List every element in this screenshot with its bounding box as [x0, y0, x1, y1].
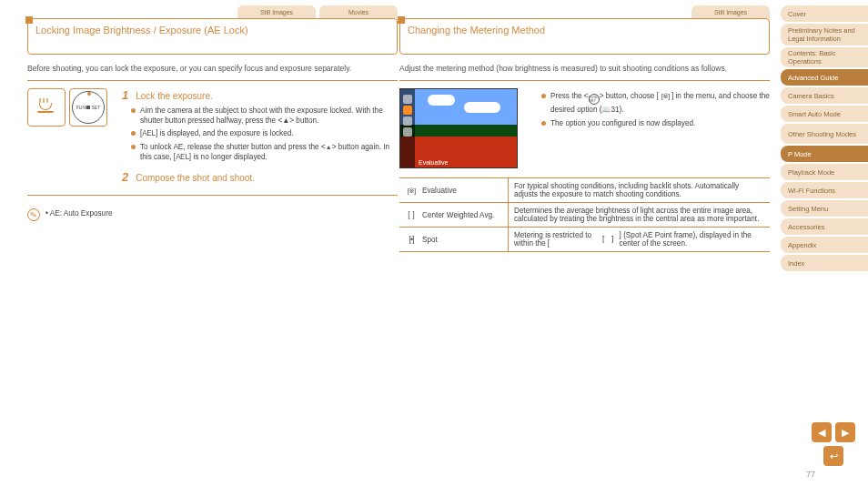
evaluative-metering-icon [659, 92, 671, 101]
bullet-dot-icon [541, 121, 546, 126]
mode-tabs: Still Images [399, 5, 770, 18]
screenshot-caption: Evaluative [419, 159, 448, 166]
table-value: Metering is restricted to within the [[ … [509, 228, 770, 251]
toc-item[interactable]: Index [781, 255, 868, 271]
section-title-box: Changing the Metering Method [399, 18, 770, 55]
bullet-dot-icon [131, 108, 136, 113]
page-number: 77 [806, 470, 815, 479]
bullet-dot-icon [131, 131, 136, 136]
toc-item-active[interactable]: P Mode [781, 146, 868, 162]
step-title: Compose the shot and shoot. [136, 173, 255, 183]
tab-movies[interactable]: Movies [319, 5, 398, 18]
toc-item[interactable]: Camera Basics [781, 87, 868, 104]
bullet-dot-icon [131, 145, 136, 149]
nav-prev-button[interactable]: ◀ [812, 422, 832, 442]
table-row: Center Weighted Avg. Determines the aver… [399, 203, 770, 228]
step-title: Lock the exposure. [136, 91, 213, 101]
center-weighted-icon [405, 210, 418, 219]
steps: 1 Lock the exposure. Aim the camera at t… [116, 88, 398, 187]
bullet-text: The option you configured is now display… [550, 118, 695, 128]
pencil-icon [25, 208, 41, 223]
toc-item[interactable]: Appendix [781, 237, 868, 253]
note: • AE: Auto Exposure [27, 208, 398, 221]
toc-item[interactable]: Advanced Guide [781, 69, 868, 86]
section-title: Changing the Metering Method [408, 25, 762, 35]
toc-item[interactable]: Wi-Fi Functions [781, 182, 868, 198]
spot-metering-icon [405, 235, 418, 244]
ael-indicator-icon: AEL [142, 129, 156, 138]
table-value: For typical shooting conditions, includi… [509, 178, 770, 202]
step-2-heading: 2 Compose the shot and shoot. [122, 170, 398, 184]
divider [27, 80, 398, 81]
tab-still[interactable]: Still Images [691, 5, 770, 18]
note-text: • AE: Auto Exposure [45, 208, 112, 218]
evaluative-metering-icon [405, 186, 418, 195]
section-desc: Adjust the metering method (how brightne… [399, 64, 770, 73]
illustrations: FUNC. SET [27, 88, 107, 187]
toc-item[interactable]: Accessories [781, 218, 868, 235]
metering-table: Evaluative For typical shooting conditio… [399, 177, 770, 252]
toc-item[interactable]: Smart Auto Mode [781, 106, 868, 122]
step-1-heading: 1 Lock the exposure. [122, 88, 398, 102]
bullet-text: Aim the camera at the subject to shoot w… [140, 106, 398, 126]
toc-item[interactable]: Other Shooting Modes [781, 124, 868, 144]
step-number: 2 [122, 170, 128, 184]
ael-indicator-icon: AEL [176, 153, 189, 162]
toc-item[interactable]: Playback Mode [781, 164, 868, 180]
bullet-text: Press the <FUNCSET> button, choose [] in… [550, 91, 770, 116]
section-desc: Before shooting, you can lock the exposu… [27, 64, 398, 73]
page-nav: ◀ ▶ ↩ [812, 422, 855, 466]
table-key: Evaluative [399, 178, 509, 202]
selected-option-icon [403, 106, 412, 115]
bullet-text: To unlock AE, release the shutter button… [140, 142, 398, 163]
step-bullet: Press the <FUNCSET> button, choose [] in… [541, 91, 770, 116]
bullet-dot-icon [541, 94, 546, 98]
page-ref-icon [601, 106, 611, 114]
left-column: Still Images Movies Locking Image Bright… [27, 5, 398, 481]
camera-screenshot: Evaluative [399, 88, 518, 168]
up-arrow-icon [326, 143, 332, 151]
table-row: Spot Metering is restricted to within th… [399, 228, 770, 252]
corner-decor [398, 16, 405, 24]
nav-next-button[interactable]: ▶ [835, 422, 855, 442]
bullet-text: [AEL] is displayed, and the exposure is … [140, 128, 294, 139]
section-title: Locking Image Brightness / Exposure (AE … [35, 25, 389, 35]
step-bullet: [AEL] is displayed, and the exposure is … [131, 128, 398, 139]
section-title-box: Locking Image Brightness / Exposure (AE … [27, 18, 398, 55]
control-wheel-illus: FUNC. SET [69, 88, 107, 127]
menu-strip [400, 89, 415, 167]
toc-item[interactable]: Contents: Basic Operations [781, 47, 868, 67]
toc-sidebar: Cover Preliminary Notes and Legal Inform… [781, 5, 868, 271]
step-bullet: Aim the camera at the subject to shoot w… [131, 106, 398, 126]
table-row: Evaluative For typical shooting conditio… [399, 178, 770, 203]
table-key: Center Weighted Avg. [399, 203, 509, 227]
step-bullet: To unlock AE, release the shutter button… [131, 142, 398, 163]
table-value: Determines the average brightness of lig… [509, 203, 770, 227]
tab-still[interactable]: Still Images [237, 5, 316, 18]
step-bullet: The option you configured is now display… [541, 118, 770, 128]
divider [27, 195, 398, 196]
func-set-icon: FUNCSET [589, 94, 600, 105]
toc-item[interactable]: Cover [781, 5, 868, 22]
camera-top-illus [27, 88, 66, 127]
table-key: Spot [399, 228, 509, 251]
macro-icon [37, 99, 56, 116]
divider [399, 80, 770, 81]
right-column: Still Images Changing the Metering Metho… [399, 5, 770, 481]
mode-tabs: Still Images Movies [27, 5, 398, 18]
func-wheel-icon: FUNC. SET [72, 91, 105, 124]
corner-decor [25, 16, 33, 24]
nav-return-button[interactable]: ↩ [823, 446, 843, 466]
step-number: 1 [122, 88, 128, 102]
toc-item[interactable]: Setting Menu [781, 200, 868, 217]
toc-item[interactable]: Preliminary Notes and Legal Information [781, 24, 868, 46]
